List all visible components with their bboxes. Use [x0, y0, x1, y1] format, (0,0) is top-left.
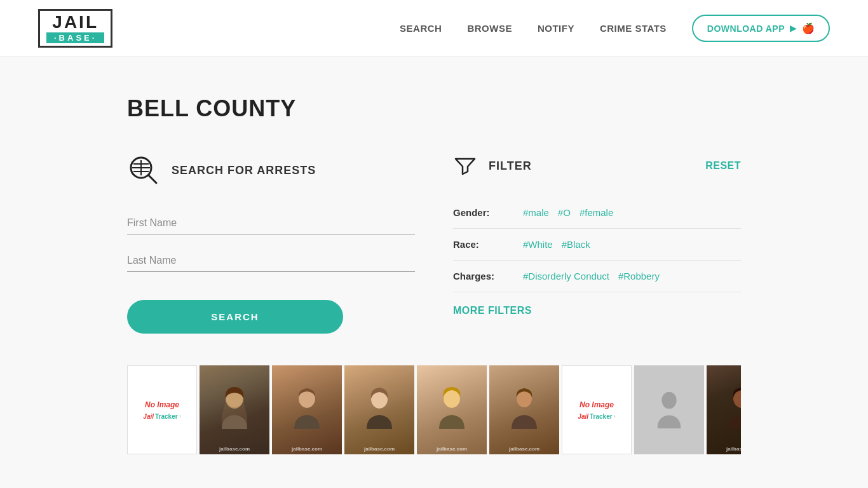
mugshot-no-image-2[interactable]: No Image Jail Tracker › — [562, 365, 632, 454]
search-button[interactable]: SEARCH — [127, 300, 343, 334]
first-name-input[interactable] — [127, 212, 415, 234]
download-app-button[interactable]: DOWNLOAD APP ▶ 🍎 — [692, 15, 830, 42]
search-section: SEARCH FOR ARRESTS SEARCH — [127, 154, 415, 334]
race-label: Race: — [453, 239, 510, 250]
person-silhouette-5 — [505, 384, 543, 435]
mugshot-photo-2[interactable]: jailbase.com — [272, 365, 342, 454]
watermark-1: jailbase.com — [200, 446, 269, 452]
filter-heading-label: FILTER — [489, 159, 532, 173]
mugshot-photo-1[interactable]: jailbase.com — [200, 365, 269, 454]
logo-jail: JAIL — [52, 13, 98, 31]
watermark-2: jailbase.com — [272, 446, 342, 452]
person-silhouette-4 — [433, 384, 471, 435]
content-grid: SEARCH FOR ARRESTS SEARCH FILTER RESET — [127, 154, 741, 334]
mugshot-photo-4[interactable]: jailbase.com — [417, 365, 487, 454]
logo[interactable]: JAIL ·BASE· — [38, 9, 112, 48]
mugshot-photo-5[interactable]: jailbase.com — [489, 365, 559, 454]
filter-header-left: FILTER — [453, 154, 532, 178]
nav-search[interactable]: SEARCH — [400, 23, 442, 34]
no-image-label: No Image — [145, 400, 179, 409]
person-silhouette-1 — [215, 384, 254, 435]
watermark-4: jailbase.com — [417, 446, 487, 452]
nav-notify[interactable]: NOTIFY — [538, 23, 574, 34]
person-silhouette-2 — [288, 384, 326, 435]
person-silhouette-gray — [653, 388, 685, 432]
mugshot-no-image-1[interactable]: No Image Jail Tracker › — [127, 365, 197, 454]
download-label: DOWNLOAD APP — [707, 24, 785, 34]
race-tag-white[interactable]: #White — [523, 239, 553, 250]
mugshot-silhouette[interactable] — [634, 365, 704, 454]
charge-tag-robbery[interactable]: #Robbery — [618, 271, 660, 281]
person-silhouette-6 — [722, 384, 741, 435]
no-image-label-2: No Image — [580, 400, 614, 409]
apple-icon: 🍎 — [802, 22, 815, 34]
play-icon: ▶ — [790, 24, 797, 33]
gender-tag-male[interactable]: #male — [523, 207, 549, 218]
nav-browse[interactable]: BROWSE — [467, 23, 512, 34]
first-name-field — [127, 212, 415, 234]
mugshot-photo-6[interactable]: jailbase.com — [707, 365, 741, 454]
charges-filter-row: Charges: #Disorderly Conduct #Robbery — [453, 261, 741, 292]
main-content: BELL COUNTY SEARCH FOR ARR — [0, 57, 868, 480]
person-silhouette-3 — [360, 384, 398, 435]
gender-tag-o[interactable]: #O — [558, 207, 571, 218]
more-filters-button[interactable]: MORE FILTERS — [453, 305, 741, 316]
svg-point-11 — [661, 392, 676, 409]
reset-button[interactable]: RESET — [705, 160, 741, 172]
watermark-3: jailbase.com — [344, 446, 414, 452]
last-name-input[interactable] — [127, 250, 415, 272]
search-header: SEARCH FOR ARRESTS — [127, 154, 415, 187]
filter-section: FILTER RESET Gender: #male #O #female Ra… — [453, 154, 741, 334]
gender-label: Gender: — [453, 207, 510, 218]
gender-filter-row: Gender: #male #O #female — [453, 197, 741, 229]
mugshots-row: No Image Jail Tracker › jailbase.com — [127, 365, 741, 454]
logo-base: ·BASE· — [46, 32, 104, 43]
gender-tag-female[interactable]: #female — [580, 207, 613, 218]
site-header: JAIL ·BASE· SEARCH BROWSE NOTIFY CRIME S… — [0, 0, 868, 57]
race-tags: #White #Black — [523, 239, 590, 250]
charges-tags: #Disorderly Conduct #Robbery — [523, 271, 660, 281]
svg-line-1 — [149, 175, 156, 183]
race-filter-row: Race: #White #Black — [453, 229, 741, 261]
search-icon — [127, 154, 160, 187]
race-tag-black[interactable]: #Black — [562, 239, 590, 250]
page-title: BELL COUNTY — [127, 95, 741, 122]
watermark-5: jailbase.com — [489, 446, 559, 452]
mugshot-photo-3[interactable]: jailbase.com — [344, 365, 414, 454]
nav-crime-stats[interactable]: CRIME STATS — [600, 23, 667, 34]
filter-header: FILTER RESET — [453, 154, 741, 178]
charges-label: Charges: — [453, 271, 510, 281]
filter-icon — [453, 154, 477, 178]
charge-tag-disorderly[interactable]: #Disorderly Conduct — [523, 271, 609, 281]
main-nav: SEARCH BROWSE NOTIFY CRIME STATS DOWNLOA… — [400, 15, 830, 42]
search-heading-label: SEARCH FOR ARRESTS — [172, 164, 316, 177]
gender-tags: #male #O #female — [523, 207, 613, 218]
last-name-field — [127, 250, 415, 272]
watermark-6: jailbase.com — [707, 446, 741, 452]
